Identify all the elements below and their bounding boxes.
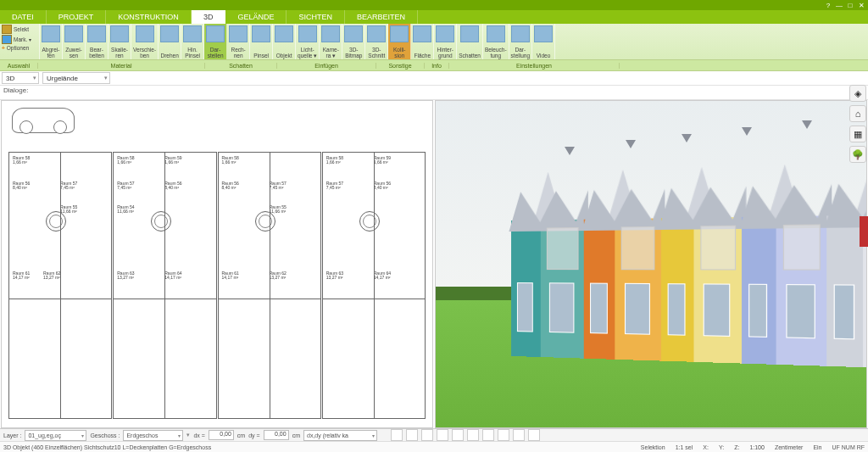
footer-controls: Layer : 01_ug,eg,oç Geschoss : Erdgescho… bbox=[0, 428, 868, 441]
title-bar: ? — □ ✕ bbox=[0, 0, 868, 10]
ribbon-group-info: Info bbox=[425, 63, 449, 69]
direction-arrow bbox=[565, 147, 575, 155]
ribbon-dbitmap[interactable]: 3D- Bitmap bbox=[342, 24, 365, 59]
room-label: Raum 64 14,17 m² bbox=[164, 271, 181, 280]
ribbon-rechnen[interactable]: Rech- nen bbox=[227, 24, 250, 59]
coord-mode-combo[interactable]: dx,dy (relativ ka bbox=[303, 430, 377, 441]
ribbon-drehen[interactable]: Drehen bbox=[159, 24, 181, 59]
tab-gelände[interactable]: GELÄNDE bbox=[225, 10, 287, 24]
side-tool-2[interactable]: ▦ bbox=[849, 126, 866, 142]
ribbon-verschieben[interactable]: Verschie- ben bbox=[131, 24, 159, 59]
floorplan-unit: Raum 58 1,66 m²Raum 56 8,40 m²Raum 57 7,… bbox=[218, 152, 321, 419]
room-label: Raum 57 7,45 m² bbox=[270, 181, 287, 190]
tool-icon[interactable] bbox=[421, 429, 433, 441]
tab-sichten[interactable]: SICHTEN bbox=[287, 10, 345, 24]
doc-combo[interactable]: Urgelände bbox=[42, 72, 110, 84]
side-tool-1[interactable]: ⌂ bbox=[849, 105, 866, 122]
ribbon-group-einstellungen: Einstellungen bbox=[449, 63, 620, 69]
ribbon-skalieren[interactable]: Skalie- ren bbox=[108, 24, 131, 59]
ribbon-group-sonstige: Sonstige bbox=[376, 63, 425, 69]
view-combo[interactable]: 3D bbox=[2, 72, 39, 84]
selekt-button[interactable]: Selekt bbox=[2, 25, 37, 34]
tab-3d[interactable]: 3D bbox=[192, 10, 226, 24]
ribbon-dschnitt[interactable]: 3D- Schnitt bbox=[365, 24, 388, 59]
tool-icon[interactable] bbox=[391, 429, 403, 441]
ribbon-hintergrund[interactable]: Hinter- grund bbox=[434, 24, 457, 59]
status-bar: 3D Objekt (460 Einzelflächen) Sichtschut… bbox=[0, 441, 868, 452]
status-text: 3D Objekt (460 Einzelflächen) Sichtschut… bbox=[3, 444, 211, 450]
room-label: Raum 56 8,40 m² bbox=[13, 181, 30, 190]
direction-arrow bbox=[626, 140, 636, 148]
room-label: Raum 57 7,45 m² bbox=[60, 181, 77, 190]
ribbon-objekt[interactable]: Objekt bbox=[273, 24, 296, 59]
ribbon-group-material: Material bbox=[38, 63, 205, 69]
tab-konstruktion[interactable]: KONSTRUKTION bbox=[106, 10, 192, 24]
ribbon-pinsel[interactable]: Pinsel bbox=[250, 24, 273, 59]
view-nav-row: 3D Urgelände bbox=[0, 71, 868, 86]
ribbon-darstellung[interactable]: Dar- stellung bbox=[509, 24, 532, 59]
workspace: Raum 58 1,66 m²Raum 56 8,40 m²Raum 57 7,… bbox=[0, 100, 868, 428]
geschoss-combo[interactable]: Erdgeschos bbox=[123, 430, 183, 441]
ribbon-flche[interactable]: Fläche bbox=[411, 24, 434, 59]
ribbon-video[interactable]: Video bbox=[532, 24, 555, 59]
room-label: Raum 61 14,17 m² bbox=[222, 271, 239, 280]
room-label: Raum 59 1,66 m² bbox=[374, 156, 391, 165]
direction-arrow bbox=[802, 120, 812, 129]
room-label: Raum 55 11,66 m² bbox=[60, 205, 77, 214]
optionen-button[interactable]: +Optionen bbox=[2, 45, 37, 51]
ribbon-group-auswahl: Auswahl bbox=[0, 63, 38, 69]
ribbon-beleuchtung[interactable]: Beleuch- tung bbox=[483, 24, 509, 59]
ribbon: Selekt Mark.▾ +Optionen Abgrei- fenZuwei… bbox=[0, 24, 868, 60]
ribbon-bearbeiten[interactable]: Bear- beiten bbox=[86, 24, 108, 59]
help-icon[interactable]: ? bbox=[823, 1, 833, 9]
tool-icon[interactable] bbox=[498, 429, 509, 441]
floorplan-unit: Raum 58 1,66 m²Raum 56 8,40 m²Raum 57 7,… bbox=[8, 152, 112, 419]
side-tool-palette: ◈⌂▦🌳 bbox=[849, 85, 866, 163]
ribbon-hinpinsel[interactable]: Hin. Pinsel bbox=[181, 24, 204, 59]
tab-bearbeiten[interactable]: BEARBEITEN bbox=[345, 10, 418, 24]
floorplan-unit: Raum 58 1,66 m²Raum 59 1,66 m²Raum 56 8,… bbox=[113, 152, 216, 419]
tool-icon[interactable] bbox=[437, 429, 448, 441]
room-label: Raum 62 13,27 m² bbox=[43, 271, 60, 280]
tool-icon[interactable] bbox=[513, 429, 525, 441]
room-label: Raum 58 1,66 m² bbox=[326, 156, 343, 165]
floorplan-unit: Raum 58 1,66 m²Raum 59 1,66 m²Raum 56 8,… bbox=[322, 152, 426, 419]
room-label: Raum 62 13,27 m² bbox=[270, 271, 287, 280]
plan-view[interactable]: Raum 58 1,66 m²Raum 56 8,40 m²Raum 57 7,… bbox=[1, 100, 433, 428]
ribbon-darstellen[interactable]: Dar- stellen bbox=[204, 24, 227, 59]
minimize-icon[interactable]: — bbox=[834, 1, 844, 9]
side-panel-tab[interactable] bbox=[860, 216, 868, 247]
tool-icon[interactable] bbox=[467, 429, 479, 441]
house bbox=[511, 170, 586, 358]
room-label: Raum 63 13,27 m² bbox=[117, 271, 134, 280]
house bbox=[661, 165, 744, 363]
ribbon-kamera[interactable]: Kame- ra ▾ bbox=[320, 24, 342, 59]
side-tool-0[interactable]: ◈ bbox=[849, 85, 866, 102]
tool-icon[interactable] bbox=[528, 429, 540, 441]
mark-button[interactable]: Mark.▾ bbox=[2, 35, 37, 44]
row-houses bbox=[513, 159, 867, 368]
ribbon-schatten[interactable]: Schatten bbox=[457, 24, 483, 59]
room-label: Raum 61 14,17 m² bbox=[13, 271, 30, 280]
tab-projekt[interactable]: PROJEKT bbox=[47, 10, 107, 24]
geschoss-label: Geschoss : bbox=[90, 432, 120, 438]
room-label: Raum 59 1,66 m² bbox=[164, 156, 181, 165]
room-label: Raum 56 8,40 m² bbox=[164, 181, 181, 190]
dialoge-label: Dialoge: bbox=[0, 86, 868, 100]
maximize-icon[interactable]: □ bbox=[845, 1, 855, 9]
side-tool-3[interactable]: 🌳 bbox=[849, 146, 866, 163]
tool-icon[interactable] bbox=[482, 429, 494, 441]
tab-datei[interactable]: DATEI bbox=[0, 10, 47, 24]
ribbon-lichtquelle[interactable]: Licht- quelle ▾ bbox=[296, 24, 320, 59]
dy-input[interactable]: 0,00 bbox=[264, 430, 289, 440]
dx-input[interactable]: 0,00 bbox=[209, 430, 234, 440]
layer-combo[interactable]: 01_ug,eg,oç bbox=[25, 430, 86, 441]
ribbon-zuweisen[interactable]: Zuwei- sen bbox=[63, 24, 86, 59]
ribbon-abgreifen[interactable]: Abgrei- fen bbox=[40, 24, 63, 59]
tool-icon[interactable] bbox=[406, 429, 418, 441]
tool-icon[interactable] bbox=[452, 429, 464, 441]
3d-view[interactable] bbox=[435, 100, 867, 428]
direction-arrow bbox=[682, 134, 692, 142]
ribbon-kollision[interactable]: Kolli- sion bbox=[388, 24, 411, 59]
close-icon[interactable]: ✕ bbox=[856, 1, 866, 9]
